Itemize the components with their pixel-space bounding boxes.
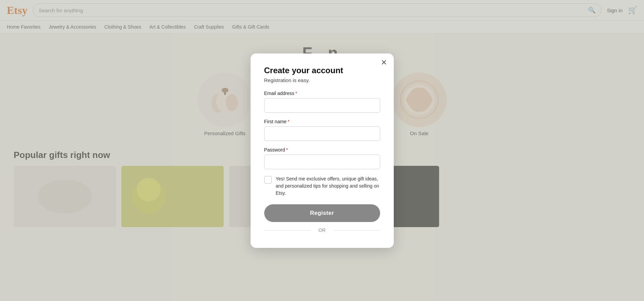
password-field-group: Password* — [264, 147, 380, 169]
registration-modal: ✕ Create your account Registration is ea… — [251, 53, 394, 231]
or-divider: OR — [264, 227, 380, 231]
email-input[interactable] — [264, 98, 380, 113]
firstname-label: First name* — [264, 119, 380, 124]
register-button[interactable]: Register — [264, 204, 380, 222]
email-field-group: Email address* — [264, 91, 380, 113]
newsletter-checkbox[interactable] — [264, 176, 272, 184]
modal-title: Create your account — [264, 66, 380, 75]
password-input[interactable] — [264, 155, 380, 169]
modal-close-button[interactable]: ✕ — [381, 59, 387, 66]
email-label: Email address* — [264, 91, 380, 96]
firstname-required-star: * — [288, 119, 289, 124]
email-required-star: * — [295, 91, 297, 96]
firstname-input[interactable] — [264, 126, 380, 141]
newsletter-label: Yes! Send me exclusive offers, unique gi… — [276, 175, 380, 197]
modal-subtitle: Registration is easy. — [264, 77, 380, 83]
newsletter-checkbox-group: Yes! Send me exclusive offers, unique gi… — [264, 175, 380, 197]
password-required-star: * — [286, 147, 288, 153]
firstname-field-group: First name* — [264, 119, 380, 141]
password-label: Password* — [264, 147, 380, 153]
